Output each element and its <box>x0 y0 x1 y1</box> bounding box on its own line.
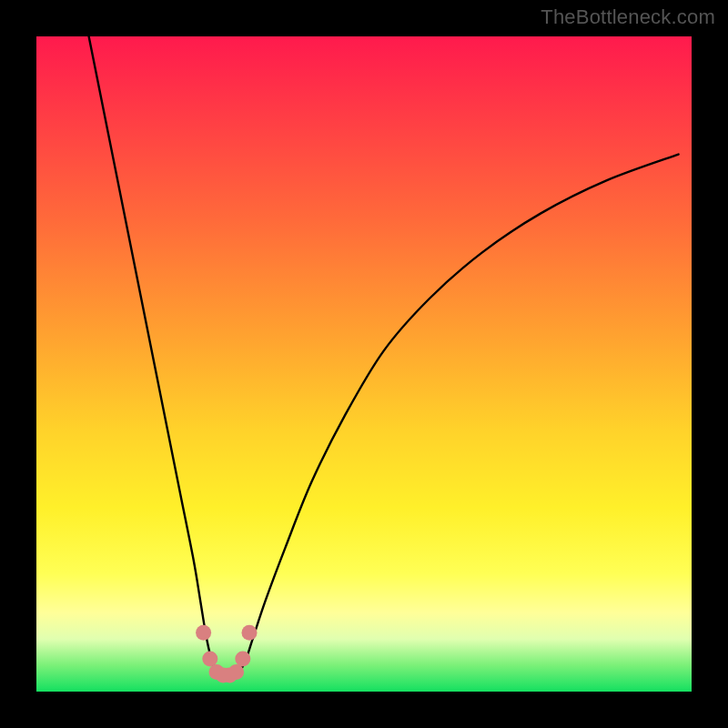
bottleneck-curve <box>89 36 679 680</box>
watermark-text: TheBottleneck.com <box>541 5 715 29</box>
curve-svg <box>36 36 692 692</box>
highlight-dot <box>242 625 258 641</box>
highlight-dot <box>228 664 244 680</box>
highlight-dots <box>196 625 257 683</box>
highlight-dot <box>202 652 217 667</box>
highlight-dot <box>235 652 250 667</box>
plot-area <box>36 36 692 692</box>
highlight-dot <box>196 625 211 641</box>
chart-frame: TheBottleneck.com <box>0 0 728 728</box>
